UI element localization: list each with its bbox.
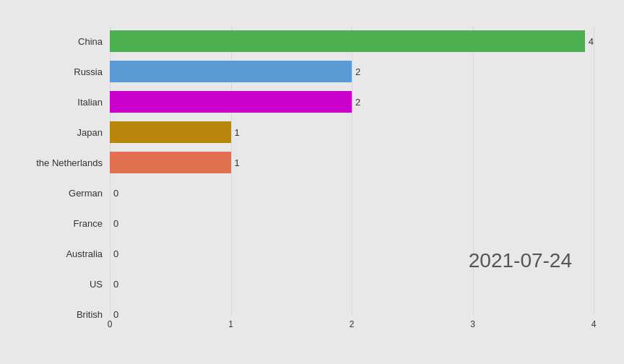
bar-fill bbox=[110, 152, 231, 173]
bar-track: 2 bbox=[110, 61, 594, 82]
bar-value: 0 bbox=[113, 188, 118, 199]
bar-row: Russia2 bbox=[110, 57, 594, 86]
chart-date: 2021-07-24 bbox=[469, 249, 572, 272]
bar-label: China bbox=[16, 36, 103, 47]
bar-track: 4 bbox=[110, 30, 594, 52]
bar-value: 1 bbox=[235, 127, 240, 138]
x-tick: 1 bbox=[228, 319, 233, 329]
x-tick: 0 bbox=[108, 319, 113, 329]
bar-label: Russia bbox=[16, 66, 103, 77]
chart-area: China4Russia2Italian2Japan1the Netherlan… bbox=[110, 27, 594, 316]
bar-fill bbox=[110, 61, 352, 82]
chart-container: China4Russia2Italian2Japan1the Netherlan… bbox=[16, 12, 608, 352]
bar-track: 2 bbox=[110, 91, 594, 113]
bar-value: 0 bbox=[113, 248, 118, 259]
bar-row: Japan1 bbox=[110, 118, 594, 147]
bar-row: Italian2 bbox=[110, 87, 594, 116]
grid-line bbox=[594, 27, 594, 316]
x-axis: 01234 bbox=[110, 319, 594, 341]
bar-track: 0 bbox=[110, 273, 594, 295]
bar-value: 0 bbox=[113, 309, 118, 320]
bar-value: 2 bbox=[355, 97, 360, 108]
bar-value: 4 bbox=[589, 36, 594, 47]
x-tick: 4 bbox=[592, 319, 597, 329]
bar-label: British bbox=[16, 309, 103, 320]
bar-track: 1 bbox=[110, 121, 594, 143]
bar-label: France bbox=[16, 218, 103, 229]
x-tick: 3 bbox=[470, 319, 475, 329]
bar-label: German bbox=[16, 188, 103, 199]
bar-value: 2 bbox=[355, 66, 360, 77]
bar-fill bbox=[110, 91, 352, 113]
bar-row: France0 bbox=[110, 209, 594, 238]
bar-track: 0 bbox=[110, 182, 594, 204]
x-tick: 2 bbox=[350, 319, 355, 329]
bar-track: 0 bbox=[110, 212, 594, 234]
bar-row: German0 bbox=[110, 178, 594, 207]
bar-row: US0 bbox=[110, 269, 594, 298]
bar-value: 0 bbox=[113, 218, 118, 229]
bar-track: 1 bbox=[110, 152, 594, 173]
bar-label: Italian bbox=[16, 97, 103, 108]
bar-row: the Netherlands1 bbox=[110, 148, 594, 177]
bar-value: 1 bbox=[235, 157, 240, 168]
bar-label: Australia bbox=[16, 248, 103, 259]
bar-fill bbox=[110, 121, 231, 143]
bar-row: China4 bbox=[110, 27, 594, 56]
bar-fill bbox=[110, 30, 585, 52]
bar-label: the Netherlands bbox=[16, 157, 103, 168]
bar-label: US bbox=[16, 279, 103, 290]
bar-value: 0 bbox=[113, 279, 118, 290]
bar-label: Japan bbox=[16, 127, 103, 138]
